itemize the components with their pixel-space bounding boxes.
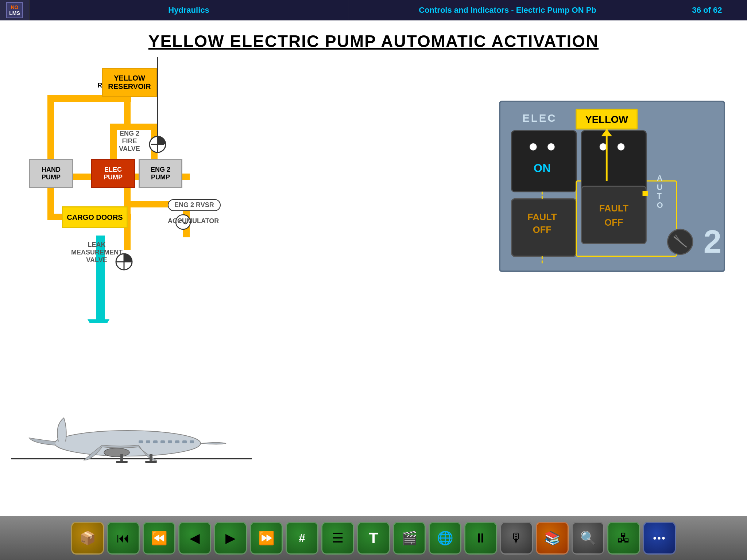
hydraulics-label: Hydraulics <box>168 5 209 15</box>
svg-text:FAULT: FAULT <box>527 212 557 222</box>
svg-marker-63 <box>643 191 653 196</box>
svg-rect-38 <box>145 461 157 463</box>
eng2-rvsr-label: ENG 2 RVSR <box>168 199 221 211</box>
diagram-area: YELLOW RESERVOIR YELLOWRESERVOIR ENG 2FI… <box>15 57 255 367</box>
number-button[interactable]: # <box>286 522 318 555</box>
svg-rect-36 <box>116 461 128 463</box>
pause-button[interactable]: ⏸ <box>464 522 497 555</box>
svg-rect-33 <box>182 440 187 443</box>
svg-rect-2 <box>47 95 54 215</box>
forward-fast-button[interactable]: ⏩ <box>250 522 283 555</box>
leak-measurement-label: LEAKMEASUREMENTVALVE <box>71 241 122 264</box>
svg-text:O: O <box>657 201 663 210</box>
page-title: YELLOW ELECTRIC PUMP AUTOMATIC ACTIVATIO… <box>0 20 747 51</box>
svg-text:2: 2 <box>704 223 721 260</box>
svg-marker-21 <box>88 319 109 323</box>
video-button[interactable]: 🎬 <box>393 522 426 555</box>
main-content: YELLOW ELECTRIC PUMP AUTOMATIC ACTIVATIO… <box>0 20 747 524</box>
svg-rect-35 <box>120 454 123 462</box>
page-count: 36 of 62 <box>692 5 722 15</box>
first-button[interactable]: ⏮ <box>107 522 140 555</box>
svg-rect-28 <box>146 440 150 443</box>
globe-button[interactable]: 🌐 <box>429 522 461 555</box>
reservoir-box: YELLOWRESERVOIR <box>102 68 157 97</box>
svg-rect-32 <box>175 440 179 443</box>
svg-rect-30 <box>160 440 165 443</box>
book-button[interactable]: 📚 <box>536 522 569 555</box>
svg-text:T: T <box>657 191 662 201</box>
svg-rect-37 <box>150 454 152 462</box>
svg-point-44 <box>547 143 555 151</box>
svg-rect-24 <box>11 458 252 459</box>
logo-lms: LMS <box>9 10 20 16</box>
svg-text:OFF: OFF <box>533 225 551 235</box>
back-fast-button[interactable]: ⏪ <box>143 522 175 555</box>
logo-no: NO <box>9 4 20 10</box>
header: NO LMS Hydraulics Controls and Indicator… <box>0 0 747 20</box>
svg-rect-56 <box>581 186 646 244</box>
svg-point-26 <box>104 448 129 457</box>
home-button[interactable]: 📦 <box>71 522 104 555</box>
mic-button[interactable]: 🎙 <box>500 522 533 555</box>
accumulator-label: ACCUMULATOR <box>168 217 219 225</box>
text-button[interactable]: T <box>357 522 390 555</box>
svg-rect-53 <box>581 131 646 192</box>
svg-text:FAULT: FAULT <box>599 203 629 213</box>
cargo-doors-box: CARGO DOORS <box>62 206 128 228</box>
svg-rect-31 <box>168 440 172 443</box>
forward-button[interactable]: ▶ <box>214 522 247 555</box>
header-section-hydraulics: Hydraulics <box>29 0 348 20</box>
svg-point-54 <box>600 143 607 151</box>
airplane-area <box>11 381 252 469</box>
svg-point-43 <box>530 143 537 151</box>
svg-point-55 <box>618 143 625 151</box>
eng2-fire-valve-label: ENG 2FIREVALVE <box>108 130 151 153</box>
panel-area: ELEC YELLOW ON FAULT OFF ENG 2 <box>499 101 725 272</box>
svg-rect-27 <box>139 440 143 443</box>
elec-pump-box: ELECPUMP <box>91 159 135 188</box>
search-button[interactable]: 🔍 <box>572 522 604 555</box>
eng2-pump-box: ENG 2PUMP <box>139 159 182 188</box>
back-button[interactable]: ◀ <box>178 522 211 555</box>
logo: NO LMS <box>0 0 29 20</box>
reservoir-label: YELLOWRESERVOIR <box>108 74 151 91</box>
svg-text:YELLOW: YELLOW <box>585 114 628 125</box>
list-button[interactable]: ☰ <box>321 522 354 555</box>
hand-pump-box: HANDPUMP <box>29 159 73 188</box>
header-section-controls: Controls and Indicators - Electric Pump … <box>348 0 667 20</box>
svg-text:ON: ON <box>534 162 551 175</box>
svg-rect-4 <box>110 124 158 130</box>
footer-toolbar: 📦 ⏮ ⏪ ◀ ▶ ⏩ # ☰ T 🎬 🌐 ⏸ 🎙 📚 🔍 🖧 ••• <box>0 516 747 560</box>
logo-box: NO LMS <box>6 2 23 18</box>
svg-rect-42 <box>512 131 576 192</box>
svg-text:OFF: OFF <box>604 217 623 228</box>
svg-rect-29 <box>153 440 158 443</box>
more-button[interactable]: ••• <box>643 522 676 555</box>
header-section-page: 36 of 62 <box>667 0 747 20</box>
svg-text:ELEC: ELEC <box>522 112 557 124</box>
airplane-svg <box>11 381 252 469</box>
svg-rect-34 <box>190 440 194 443</box>
panel-svg: ELEC YELLOW ON FAULT OFF ENG 2 <box>500 102 724 271</box>
controls-label: Controls and Indicators - Electric Pump … <box>419 5 596 15</box>
svg-text:U: U <box>657 183 663 192</box>
svg-text:A: A <box>657 174 663 183</box>
network-button[interactable]: 🖧 <box>607 522 640 555</box>
